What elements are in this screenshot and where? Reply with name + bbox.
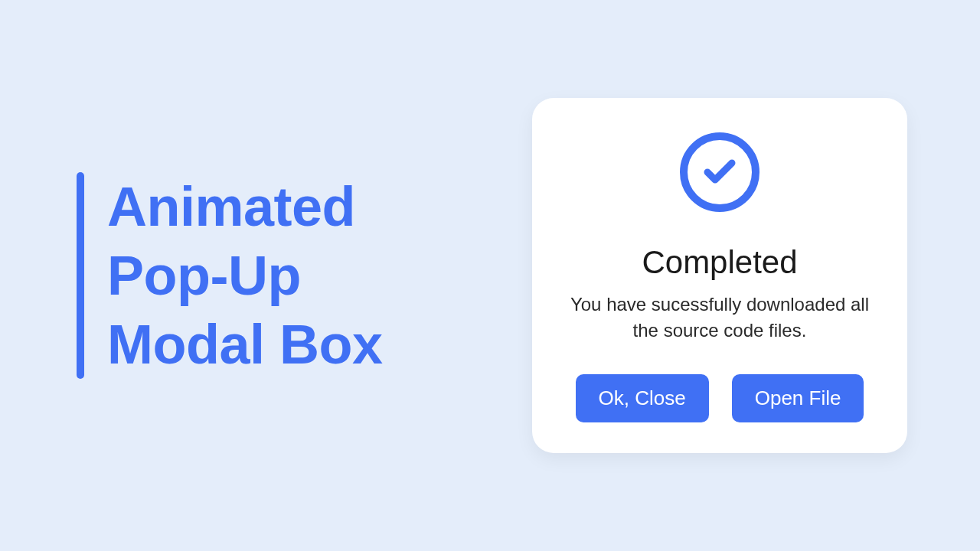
- accent-bar: [77, 172, 84, 379]
- close-button[interactable]: Ok, Close: [576, 374, 709, 422]
- open-file-button[interactable]: Open File: [732, 374, 864, 422]
- checkmark-icon: [701, 154, 738, 191]
- button-row: Ok, Close Open File: [576, 374, 864, 422]
- left-section: AnimatedPop-UpModal Box: [0, 172, 505, 379]
- modal-description: You have sucessfully downloaded all the …: [563, 292, 877, 343]
- success-icon: [680, 132, 760, 212]
- right-section: Completed You have sucessfully downloade…: [505, 98, 980, 452]
- modal-box: Completed You have sucessfully downloade…: [532, 98, 907, 452]
- title-container: AnimatedPop-UpModal Box: [77, 172, 383, 379]
- modal-title: Completed: [642, 244, 797, 281]
- page-title: AnimatedPop-UpModal Box: [107, 172, 383, 379]
